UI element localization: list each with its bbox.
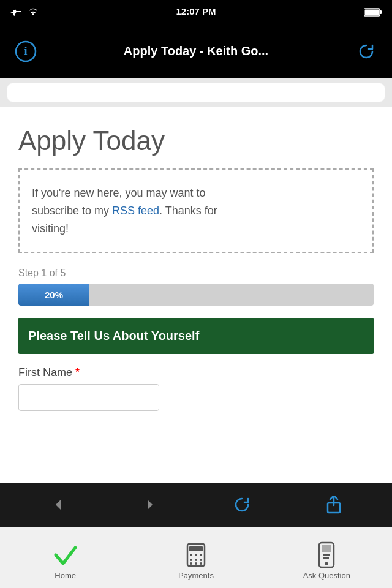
status-bar: 12:07 PM (0, 0, 392, 24)
progress-text: 20% (45, 290, 63, 300)
svg-rect-1 (380, 10, 382, 14)
nav-bar: i Apply Today - Keith Go... (0, 24, 392, 78)
tab-ask-question-label: Ask Question (303, 571, 350, 580)
svg-text:i: i (24, 45, 27, 57)
svg-rect-2 (365, 10, 379, 15)
svg-marker-5 (56, 500, 61, 510)
progress-bar: 20% (18, 284, 89, 306)
share-button[interactable] (318, 489, 349, 520)
tab-ask-question[interactable]: Ask Question (262, 535, 392, 580)
svg-point-14 (195, 559, 197, 561)
svg-point-12 (200, 554, 202, 556)
tab-payments[interactable]: Payments (130, 535, 261, 580)
home-icon (52, 541, 79, 568)
content-area: Apply Today If you're new here, you may … (0, 107, 392, 527)
info-box: If you're new here, you may want to subs… (18, 168, 374, 253)
svg-point-18 (200, 562, 202, 565)
status-right (364, 7, 382, 17)
payments-icon (183, 541, 209, 568)
step-label: Step 1 of 5 (18, 268, 374, 279)
tab-home-label: Home (55, 571, 76, 580)
status-left (10, 7, 39, 17)
svg-point-16 (190, 562, 192, 565)
airplane-icon (10, 7, 22, 17)
svg-point-11 (195, 554, 197, 556)
info-text: If you're new here, you may want to subs… (32, 184, 360, 237)
back-button[interactable] (43, 489, 74, 520)
browser-bar (0, 483, 392, 527)
page-title: Apply Today (18, 126, 374, 156)
tab-payments-label: Payments (178, 571, 214, 580)
progress-bar-container: 20% (18, 284, 374, 306)
svg-rect-9 (189, 546, 203, 551)
info-button[interactable]: i (12, 38, 39, 65)
svg-point-15 (200, 559, 202, 561)
reload-button[interactable] (227, 489, 257, 520)
refresh-button[interactable] (353, 38, 380, 65)
first-name-input[interactable] (18, 384, 159, 411)
svg-point-10 (190, 554, 192, 556)
svg-point-13 (190, 559, 192, 561)
status-time: 12:07 PM (176, 6, 216, 17)
search-bar-area (0, 78, 392, 107)
required-star: * (75, 366, 80, 379)
forward-button[interactable] (135, 489, 165, 520)
tab-home[interactable]: Home (0, 535, 130, 580)
rss-feed-link[interactable]: RSS feed (112, 205, 159, 217)
svg-point-21 (325, 562, 328, 565)
first-name-label: First Name * (18, 366, 374, 379)
first-name-field-group: First Name * (18, 366, 374, 411)
svg-rect-20 (322, 545, 331, 552)
battery-icon (364, 7, 382, 17)
ask-question-icon (313, 541, 340, 568)
tab-bar: Home Payments Ask Question (0, 527, 392, 588)
svg-point-17 (195, 562, 197, 565)
nav-title: Apply Today - Keith Go... (39, 44, 353, 58)
section-header: Please Tell Us About Yourself (18, 318, 374, 354)
wifi-icon (27, 7, 39, 17)
search-input[interactable] (7, 83, 385, 102)
svg-marker-6 (148, 500, 153, 510)
